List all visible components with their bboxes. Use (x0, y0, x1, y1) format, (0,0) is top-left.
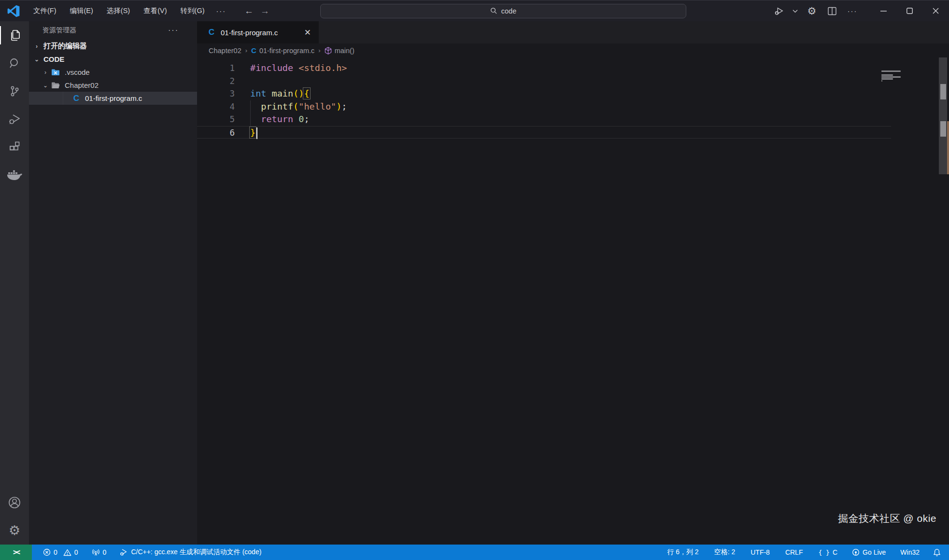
menu-view[interactable]: 查看(V) (137, 3, 173, 18)
minimap[interactable] (881, 70, 901, 82)
breadcrumb: Chapter02 › C 01-first-program.c › main(… (197, 43, 949, 57)
breadcrumb-separator: › (245, 47, 247, 54)
eol-setting[interactable]: CRLF (781, 545, 807, 560)
platform-indicator[interactable]: Win32 (896, 545, 924, 560)
go-live-button[interactable]: Go Live (848, 545, 890, 560)
chevron-down-icon[interactable] (791, 4, 800, 18)
tree-item-chapter02-folder[interactable]: ⌄ Chapter02 (29, 79, 197, 92)
source-control-icon[interactable] (0, 77, 29, 105)
more-actions-icon[interactable]: ··· (844, 4, 861, 18)
settings-gear-icon[interactable]: ⚙ (803, 4, 821, 18)
docker-icon[interactable] (0, 161, 29, 189)
code-text: } (250, 126, 257, 139)
overview-ruler[interactable] (939, 57, 947, 174)
code-text: int main(){ (250, 87, 310, 100)
minimap-line (881, 76, 901, 78)
line-number: 1 (197, 62, 235, 75)
status-bar: >< 0 0 0 C/C++: gcc.exe 生成和调试活动文件 (code)… (0, 545, 949, 560)
line-number: 4 (197, 100, 235, 113)
line-number: 3 (197, 87, 235, 100)
menu-edit[interactable]: 编辑(E) (63, 3, 100, 18)
minimap-line (881, 80, 882, 82)
minimize-button[interactable] (871, 1, 897, 21)
watermark: 掘金技术社区 @ okie (838, 512, 936, 525)
code-line-5[interactable]: 5 return 0; (197, 113, 891, 126)
tab-01-first-program[interactable]: C 01-first-program.c ✕ (197, 21, 319, 43)
line-number: 6 (197, 126, 235, 139)
breadcrumb-symbol[interactable]: main() (325, 47, 354, 55)
code-line-4[interactable]: 4 printf("hello"); (197, 100, 891, 113)
navigate-forward-icon[interactable]: → (260, 6, 269, 15)
c-file-icon: C (251, 46, 256, 55)
minimap-line (881, 70, 901, 72)
sidebar-more-actions-icon[interactable]: ··· (168, 26, 179, 35)
braces-icon: { } (818, 549, 829, 556)
explorer-sidebar: 资源管理器 ··· › 打开的编辑器 ⌄ CODE › .vscode ⌄ (29, 21, 197, 545)
tab-label: 01-first-program.c (221, 28, 278, 37)
error-icon (43, 548, 51, 556)
search-icon[interactable] (0, 49, 29, 77)
debug-task-button[interactable]: C/C++: gcc.exe 生成和调试活动文件 (code) (115, 545, 266, 560)
debug-icon (120, 548, 128, 556)
code-line-3[interactable]: 3int main(){ (197, 87, 891, 100)
indentation-setting[interactable]: 空格: 2 (710, 545, 740, 560)
folder-section-code[interactable]: ⌄ CODE (29, 53, 197, 66)
line-number: 5 (197, 113, 235, 126)
ports-indicator[interactable]: 0 (87, 545, 111, 560)
minimap-line (881, 74, 893, 76)
breadcrumb-folder[interactable]: Chapter02 (209, 47, 241, 55)
command-center-search[interactable]: code (320, 4, 686, 18)
open-editors-section[interactable]: › 打开的编辑器 (29, 40, 197, 53)
vscode-folder-icon (51, 69, 61, 76)
menu-selection[interactable]: 选择(S) (100, 3, 137, 18)
overview-cursor-mark (947, 121, 949, 174)
text-cursor (256, 127, 257, 139)
minimap-line (881, 78, 893, 80)
extensions-icon[interactable] (0, 133, 29, 161)
split-editor-icon[interactable] (823, 4, 841, 18)
search-icon (490, 7, 497, 14)
problems-indicator[interactable]: 0 0 (39, 545, 83, 560)
folder-open-icon (51, 82, 61, 89)
code-line-1[interactable]: 1#include <stdio.h> (197, 62, 891, 75)
run-and-debug-icon[interactable] (0, 105, 29, 133)
menu-file[interactable]: 文件(F) (27, 3, 63, 18)
chevron-right-icon: › (33, 43, 41, 50)
indent-guide (63, 92, 63, 105)
chevron-down-icon: ⌄ (42, 82, 49, 89)
cursor-position[interactable]: 行 6，列 2 (663, 545, 703, 560)
notifications-bell-icon[interactable] (929, 545, 945, 560)
manage-gear-icon[interactable]: ⚙ (0, 517, 29, 545)
close-button[interactable] (923, 1, 949, 21)
explorer-icon[interactable] (0, 21, 29, 49)
maximize-button[interactable] (897, 1, 923, 21)
scrollbar-mark (940, 121, 946, 137)
editor-group: C 01-first-program.c ✕ Chapter02 › C 01-… (197, 21, 949, 545)
breadcrumb-separator: › (318, 47, 320, 54)
tab-close-icon[interactable]: ✕ (302, 28, 313, 38)
title-bar: 文件(F) 编辑(E) 选择(S) 查看(V) 转到(G) ··· ← → co… (0, 0, 949, 21)
code-editor[interactable]: 1#include <stdio.h>23int main(){4 printf… (197, 57, 949, 545)
tree-item-vscode-folder[interactable]: › .vscode (29, 66, 197, 79)
navigate-back-icon[interactable]: ← (244, 6, 254, 15)
code-text: printf("hello"); (250, 100, 347, 113)
sidebar-title: 资源管理器 (42, 26, 76, 35)
code-line-2[interactable]: 2 (197, 75, 891, 88)
c-file-icon: C (71, 94, 81, 103)
menu-goto[interactable]: 转到(G) (174, 3, 212, 18)
menu-overflow-icon[interactable]: ··· (211, 4, 231, 18)
vscode-logo-icon (7, 5, 20, 17)
tree-item-01-first-program[interactable]: C 01-first-program.c (29, 92, 197, 105)
symbol-cube-icon (325, 47, 332, 55)
line-number: 2 (197, 75, 235, 88)
run-or-debug-icon[interactable] (770, 4, 788, 18)
code-text: #include <stdio.h> (250, 62, 347, 75)
language-mode[interactable]: { } C (814, 545, 842, 560)
accounts-icon[interactable] (0, 489, 29, 517)
tab-bar: C 01-first-program.c ✕ (197, 21, 949, 43)
remote-indicator[interactable]: >< (0, 545, 32, 560)
warning-icon (63, 549, 71, 556)
breadcrumb-file[interactable]: C 01-first-program.c (251, 46, 314, 55)
code-line-6[interactable]: 6} (197, 126, 891, 139)
encoding-setting[interactable]: UTF-8 (746, 545, 774, 560)
